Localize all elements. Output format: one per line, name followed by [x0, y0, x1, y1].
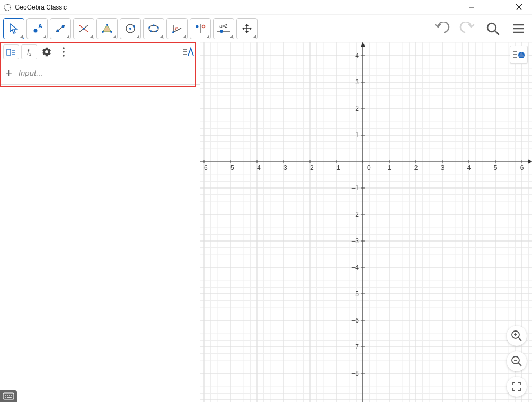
- fx-button[interactable]: fx: [21, 44, 37, 59]
- more-button[interactable]: [56, 44, 71, 59]
- slider-tool[interactable]: a=2: [213, 18, 234, 39]
- algebra-view-toggle-button[interactable]: [3, 44, 19, 59]
- svg-text:A: A: [38, 23, 42, 29]
- svg-text:–7: –7: [352, 343, 359, 351]
- zoom-out-button[interactable]: [507, 351, 527, 371]
- svg-point-32: [196, 25, 199, 28]
- svg-point-249: [5, 395, 6, 396]
- virtual-keyboard-button[interactable]: [0, 390, 17, 402]
- svg-point-18: [110, 31, 112, 33]
- move-tool[interactable]: [3, 18, 24, 39]
- line-tool[interactable]: [50, 18, 71, 39]
- svg-rect-254: [7, 397, 11, 398]
- sort-toggle-button[interactable]: [181, 44, 197, 59]
- search-button[interactable]: [482, 18, 503, 39]
- svg-text:2: 2: [414, 164, 418, 172]
- menu-button[interactable]: [508, 18, 529, 39]
- svg-point-3: [5, 9, 6, 10]
- svg-point-19: [102, 31, 104, 33]
- conic-tool[interactable]: [143, 18, 164, 39]
- svg-point-28: [150, 30, 152, 32]
- svg-line-39: [495, 31, 499, 34]
- svg-text:0: 0: [367, 164, 371, 172]
- main-toolbar: A α a=2: [0, 15, 532, 42]
- graphics-style-button[interactable]: [510, 46, 528, 64]
- svg-rect-5: [493, 5, 498, 10]
- zoom-in-button[interactable]: [507, 326, 527, 346]
- fullscreen-button[interactable]: [507, 377, 527, 397]
- move-graphics-tool[interactable]: [236, 18, 258, 39]
- settings-button[interactable]: [39, 44, 54, 59]
- special-line-tool[interactable]: [73, 18, 94, 39]
- svg-point-2: [10, 7, 11, 8]
- add-icon[interactable]: +: [5, 67, 12, 79]
- svg-point-252: [11, 395, 12, 396]
- algebra-input[interactable]: [17, 68, 196, 78]
- polygon-tool[interactable]: [96, 18, 118, 39]
- svg-point-22: [133, 25, 135, 28]
- svg-text:–3: –3: [280, 164, 287, 172]
- svg-text:4: 4: [355, 52, 359, 59]
- window-title: GeoGebra Classic: [15, 4, 67, 11]
- svg-line-242: [518, 337, 521, 341]
- svg-text:5: 5: [494, 164, 498, 172]
- svg-text:–4: –4: [253, 164, 261, 172]
- svg-text:–5: –5: [352, 290, 359, 298]
- algebra-toolbar: fx: [0, 42, 200, 61]
- svg-point-11: [57, 29, 59, 32]
- graphics-view[interactable]: –6–5–4–3–2–1123456–8–7–6–5–4–3–2–112340: [200, 42, 532, 402]
- svg-text:–8: –8: [352, 370, 359, 377]
- angle-tool[interactable]: α: [166, 18, 188, 39]
- svg-point-21: [129, 28, 131, 30]
- svg-text:–1: –1: [352, 184, 359, 192]
- svg-point-251: [9, 395, 10, 396]
- svg-point-33: [202, 25, 205, 28]
- transform-tool[interactable]: [190, 18, 211, 39]
- svg-point-30: [172, 31, 174, 33]
- svg-point-255: [11, 397, 12, 398]
- minimize-button[interactable]: [459, 0, 483, 15]
- svg-point-12: [62, 25, 65, 28]
- undo-button[interactable]: [431, 18, 453, 39]
- svg-point-15: [83, 28, 85, 30]
- svg-point-24: [148, 26, 150, 29]
- svg-text:–5: –5: [227, 164, 234, 172]
- svg-point-250: [7, 395, 8, 396]
- svg-point-48: [63, 51, 65, 53]
- maximize-button[interactable]: [483, 0, 507, 15]
- svg-text:–2: –2: [352, 211, 359, 218]
- algebra-view: fx +: [0, 42, 200, 402]
- svg-text:3: 3: [355, 78, 359, 86]
- svg-point-25: [153, 24, 155, 26]
- svg-text:–3: –3: [352, 237, 359, 245]
- algebra-input-row: +: [0, 61, 200, 85]
- svg-text:2: 2: [355, 105, 359, 112]
- close-button[interactable]: [507, 0, 531, 15]
- svg-point-26: [157, 26, 159, 29]
- svg-point-9: [34, 29, 38, 32]
- window-controls: [459, 0, 531, 15]
- slider-tool-label: a=2: [219, 23, 227, 29]
- svg-text:–1: –1: [333, 164, 340, 172]
- svg-text:α: α: [175, 26, 178, 30]
- app-icon: [3, 3, 12, 12]
- svg-text:–2: –2: [306, 164, 314, 172]
- svg-rect-43: [7, 49, 11, 55]
- svg-point-17: [106, 24, 108, 26]
- svg-text:6: 6: [520, 164, 524, 172]
- svg-text:–6: –6: [352, 317, 359, 324]
- svg-line-246: [518, 363, 521, 366]
- svg-point-253: [5, 397, 6, 398]
- svg-text:4: 4: [467, 164, 471, 172]
- svg-text:1: 1: [388, 164, 392, 172]
- point-tool[interactable]: A: [26, 18, 48, 39]
- svg-text:1: 1: [355, 131, 359, 139]
- svg-text:3: 3: [441, 164, 445, 172]
- circle-tool[interactable]: [120, 18, 141, 39]
- svg-point-27: [155, 30, 157, 32]
- redo-button[interactable]: [457, 18, 478, 39]
- svg-text:–4: –4: [352, 264, 359, 271]
- window-titlebar: GeoGebra Classic: [0, 0, 532, 15]
- svg-point-35: [220, 30, 223, 33]
- svg-point-1: [7, 4, 8, 5]
